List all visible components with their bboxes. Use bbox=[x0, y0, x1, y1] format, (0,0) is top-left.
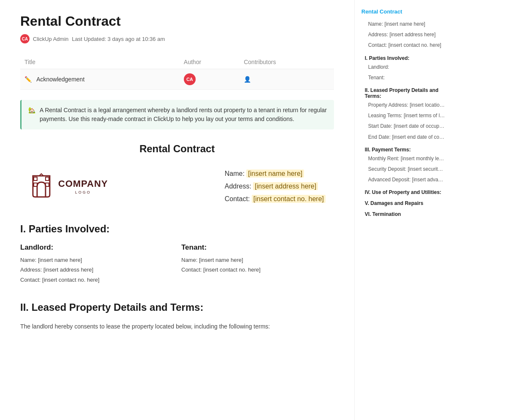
sidebar-item-5[interactable]: Tenant: bbox=[361, 73, 449, 83]
docs-table: Title Author Contributors ✏️ Acknowledge… bbox=[20, 55, 334, 90]
sidebar-item-9[interactable]: Start Date: [insert date of occupancy ..… bbox=[361, 121, 449, 132]
company-address-line: Address: [insert address here] bbox=[225, 183, 326, 190]
main-content: Rental Contract CA ClickUp Admin Last Up… bbox=[0, 0, 354, 420]
company-contact-value: [insert contact no. here] bbox=[252, 195, 326, 203]
info-block: 🏡 A Rental Contract is a legal arrangeme… bbox=[20, 100, 334, 129]
logo-area: COMPANY LOGO bbox=[29, 172, 108, 201]
doc-meta: CA ClickUp Admin Last Updated: 3 days ag… bbox=[20, 34, 334, 43]
section1-heading: I. Parties Involved: bbox=[20, 223, 334, 235]
table-author-avatar: CA bbox=[184, 73, 196, 85]
sidebar-item-10[interactable]: End Date: [insert end date of contract..… bbox=[361, 132, 449, 143]
sidebar-section-17[interactable]: VI. Termination bbox=[361, 209, 449, 218]
last-updated: Last Updated: 3 days ago at 10:36 am bbox=[72, 36, 165, 42]
logo-svg-wrap: COMPANY LOGO bbox=[29, 172, 108, 201]
company-name-line: Name: [insert name here] bbox=[225, 170, 326, 178]
section2-text: The landlord hereby consents to lease th… bbox=[20, 322, 334, 331]
sidebar-item-2[interactable]: Contact: [insert contact no. here] bbox=[361, 40, 449, 51]
sidebar-item-0[interactable]: Name: [insert name here] bbox=[361, 19, 449, 30]
landlord-block: Landlord: Name: [insert name here] Addre… bbox=[20, 243, 173, 285]
sidebar-items: Name: [insert name here]Address: [insert… bbox=[361, 19, 449, 218]
sidebar-item-12[interactable]: Monthly Rent: [insert monthly lease h... bbox=[361, 153, 449, 164]
info-emoji: 🏡 bbox=[28, 106, 35, 115]
table-cell-contributors: 👤 bbox=[240, 69, 334, 90]
sidebar-section-3[interactable]: I. Parties Involved: bbox=[361, 53, 449, 62]
company-name-text: COMPANY LOGO bbox=[58, 178, 108, 194]
page-title: Rental Contract bbox=[20, 13, 334, 29]
landlord-contact: Contact: [insert contact no. here] bbox=[20, 275, 173, 285]
doc-center-title: Rental Contract bbox=[20, 143, 334, 155]
section2-heading: II. Leased Property Details and Terms: bbox=[20, 302, 334, 313]
sidebar-section-6[interactable]: II. Leased Property Details and Terms: bbox=[361, 85, 449, 100]
landlord-name: Name: [insert name here] bbox=[20, 255, 173, 265]
col-author: Author bbox=[180, 55, 240, 69]
landlord-address: Address: [insert address here] bbox=[20, 265, 173, 275]
sidebar-item-14[interactable]: Advanced Deposit: [insert advanced ... bbox=[361, 175, 449, 185]
edit-icon: ✏️ bbox=[24, 76, 32, 83]
sidebar-header[interactable]: Rental Contract bbox=[361, 8, 449, 15]
company-logo-icon bbox=[29, 172, 54, 201]
tenant-heading: Tenant: bbox=[181, 243, 334, 252]
sidebar-section-15[interactable]: IV. Use of Property and Utilities: bbox=[361, 187, 449, 196]
table-cell-title: ✏️ Acknowledgement bbox=[20, 69, 180, 90]
landlord-heading: Landlord: bbox=[20, 243, 173, 252]
svg-rect-1 bbox=[46, 177, 49, 180]
company-contact-line: Contact: [insert contact no. here] bbox=[225, 195, 326, 203]
info-text: A Rental Contract is a legal arrangement… bbox=[40, 106, 327, 124]
author-name: ClickUp Admin bbox=[33, 36, 69, 42]
sidebar-section-11[interactable]: III. Payment Terms: bbox=[361, 144, 449, 153]
table-cell-author: CA bbox=[180, 69, 240, 90]
tenant-name: Name: [insert name here] bbox=[181, 255, 334, 265]
company-name-value: [insert name here] bbox=[246, 170, 304, 178]
sidebar-section-16[interactable]: V. Damages and Repairs bbox=[361, 198, 449, 207]
parties-grid: Landlord: Name: [insert name here] Addre… bbox=[20, 243, 334, 285]
sidebar: Rental Contract Name: [insert name here]… bbox=[354, 0, 455, 420]
sidebar-item-13[interactable]: Security Deposit: [insert security dep..… bbox=[361, 164, 449, 175]
sidebar-item-4[interactable]: Landlord: bbox=[361, 62, 449, 73]
sidebar-item-1[interactable]: Address: [insert address here] bbox=[361, 30, 449, 40]
sidebar-item-8[interactable]: Leasing Terms: [insert terms of lease ..… bbox=[361, 110, 449, 121]
company-block: COMPANY LOGO Name: [insert name here] Ad… bbox=[20, 170, 334, 203]
sidebar-item-7[interactable]: Property Address: [insert location here] bbox=[361, 100, 449, 110]
col-contributors: Contributors bbox=[240, 55, 334, 69]
table-row[interactable]: ✏️ Acknowledgement CA 👤 bbox=[20, 69, 334, 90]
user-icon: 👤 bbox=[244, 76, 251, 83]
tenant-contact: Contact: [insert contact no. here] bbox=[181, 265, 334, 275]
col-title: Title bbox=[20, 55, 180, 69]
author-avatar: CA bbox=[20, 34, 30, 43]
company-info: Name: [insert name here] Address: [inser… bbox=[225, 170, 326, 203]
company-address-value: [insert address here] bbox=[253, 182, 318, 190]
svg-rect-0 bbox=[34, 177, 37, 180]
tenant-block: Tenant: Name: [insert name here] Contact… bbox=[181, 243, 334, 285]
